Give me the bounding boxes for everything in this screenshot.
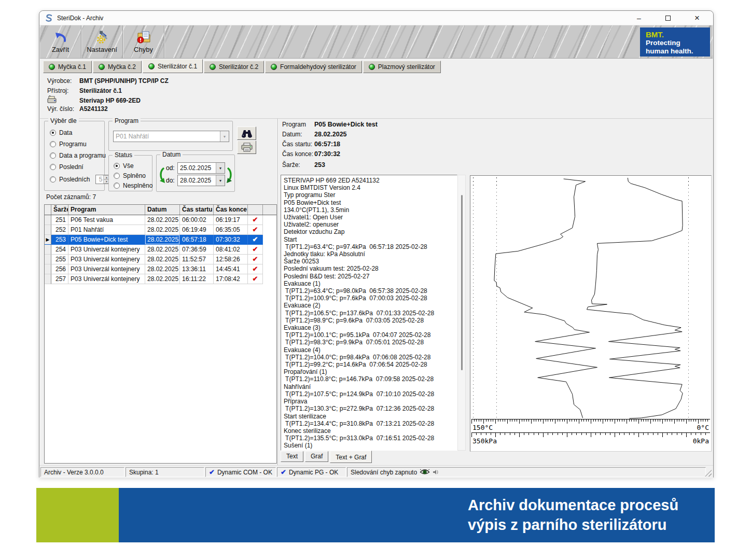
chevron-down-icon[interactable]: ▼ (216, 163, 225, 173)
row-selector[interactable] (45, 264, 51, 274)
status-version: Archiv - Verze 3.0.0.0 (40, 467, 124, 477)
radio-data-a-programu[interactable]: Data a programu (50, 152, 106, 159)
panel-splitter[interactable] (277, 119, 279, 465)
radio-data[interactable]: Data (50, 129, 72, 136)
radio-nesplneno[interactable]: Nesplněno (114, 182, 152, 189)
minimize-button[interactable]: – (632, 14, 646, 22)
status-check-icon: ✔ (248, 255, 263, 264)
table-row[interactable]: 252 P01 Nahřátí 28.02.2025 06:19:49 06:3… (45, 225, 276, 235)
model-value: Sterivap HP 669-2ED (79, 97, 141, 104)
row-selector[interactable]: ▶ (45, 235, 51, 245)
detail-end-value: 07:30:32 (314, 150, 340, 158)
temperature-ruler (471, 419, 710, 424)
undo-arrow-icon (53, 30, 68, 45)
chevron-down-icon[interactable]: ▼ (216, 175, 225, 186)
log-line: T(PT1.2)=63.4°C; p=98.0kPa 06:57:38 2025… (284, 287, 456, 295)
log-line: Propařování (1) (284, 368, 456, 375)
table-row[interactable]: 251 P06 Test vakua 28.02.2025 06:00:02 0… (45, 215, 276, 225)
row-selector[interactable] (45, 245, 51, 255)
radio-label: Data a programu (59, 152, 106, 159)
close-app-button[interactable]: Zavřít (40, 25, 81, 58)
header-status (248, 205, 263, 215)
log-scrollbar[interactable] (457, 175, 466, 451)
maximize-button[interactable] (661, 14, 675, 22)
pressure-curve (587, 178, 683, 418)
log-line: 134.0°C(PT1.1), 3.5min (284, 206, 456, 214)
cell-date: 28.02.2025 (145, 255, 180, 264)
temperature-curve (494, 179, 597, 418)
rotate-right-arrow-icon[interactable] (227, 166, 233, 183)
process-log-panel[interactable]: STERIVAP HP 669 2ED A5241132Linux BMTDIS… (281, 175, 457, 451)
device-label: Přístroj: (47, 87, 79, 94)
device-status-orb-icon (369, 64, 375, 70)
status-check-icon: ✔ (248, 215, 263, 225)
log-line: Jednotky tlaku: kPa Absolutní (284, 250, 456, 258)
row-selector[interactable] (45, 215, 51, 225)
log-line: T(PT1.2)=98.3°C; p=9.9kPa 07:05:01 2025-… (284, 339, 456, 346)
header-start[interactable]: Čas startu (180, 205, 214, 215)
settings-button[interactable]: Nastavení (81, 25, 123, 58)
radio-splneno[interactable]: Splněno (114, 172, 146, 179)
log-line: Detektor vzduchu Zap (284, 228, 456, 235)
radio-vse[interactable]: Vše (114, 162, 134, 170)
screen: SteriDok - Archiv – × Zavřít (0, 0, 751, 560)
device-status-orb-icon (210, 64, 216, 70)
log-line: Start sterilizace (284, 413, 456, 420)
radio-icon (50, 176, 56, 183)
log-line: Typ programu Ster (284, 191, 456, 199)
date-from-label: od: (166, 164, 175, 172)
row-selector[interactable] (45, 255, 51, 264)
radio-icon (114, 183, 120, 189)
device-status-orb-icon (49, 64, 55, 70)
table-row[interactable]: 255 P03 Univerzál kontejnery 28.02.2025 … (45, 255, 276, 264)
cell-end: 17:08:42 (214, 274, 248, 284)
device-tab[interactable]: Plazmový sterilizátor (363, 61, 441, 73)
header-date[interactable]: Datum (145, 205, 180, 215)
radio-icon (50, 141, 56, 147)
device-tab[interactable]: Myčka č.2 (93, 61, 142, 73)
tab-text-graf[interactable]: Text + Graf (330, 451, 372, 463)
chevron-down-icon[interactable]: ▼ (220, 131, 229, 142)
tab-graf[interactable]: Graf (305, 451, 328, 462)
radio-label: Nesplněno (123, 182, 152, 189)
log-line: Konec sterilizace (284, 427, 456, 435)
row-selector[interactable] (45, 274, 51, 284)
program-combobox[interactable]: P01 Nahřátí ▼ (113, 131, 229, 142)
header-batch[interactable]: Šarže (51, 205, 68, 215)
header-end[interactable]: Čas konce (214, 205, 248, 215)
table-row[interactable]: 256 P03 Univerzál kontejnery 28.02.2025 … (45, 264, 276, 274)
device-tab[interactable]: Formaldehydový sterilizátor (265, 61, 362, 73)
radio-posledni[interactable]: Poslední (50, 163, 84, 171)
press-scale-right: 0kPa (693, 437, 709, 446)
rotate-left-arrow-icon[interactable] (158, 166, 165, 183)
date-to-combobox[interactable]: 28.02.2025 ▼ (177, 175, 225, 186)
header-program[interactable]: Program (68, 205, 145, 215)
table-row[interactable]: 257 P03 Univerzál kontejnery 28.02.2025 … (45, 274, 276, 284)
print-button[interactable] (237, 141, 256, 154)
radio-poslednich[interactable]: Posledních 5 ▲ ▼ (50, 175, 110, 184)
table-row[interactable]: 254 P03 Univerzál kontejnery 28.02.2025 … (45, 245, 276, 255)
device-tab[interactable]: Sterilizátor č.2 (204, 61, 264, 73)
close-button[interactable]: × (690, 13, 704, 23)
row-selector[interactable] (45, 225, 51, 235)
date-from-combobox[interactable]: 25.02.2025 ▼ (177, 162, 225, 174)
log-line: T(PT1.2)=130.3°C; p=272.9kPa 07:12:36 20… (284, 405, 456, 412)
pressure-ruler (471, 432, 710, 437)
cell-program: P03 Univerzál kontejnery (68, 245, 145, 255)
printer-icon (241, 143, 253, 152)
cell-program: P05 Bowie+Dick test (68, 235, 145, 245)
device-tab[interactable]: Myčka č.1 (43, 61, 92, 73)
errors-button[interactable]: Chyby (123, 25, 164, 58)
device-tab[interactable]: Sterilizátor č.1 (143, 59, 203, 73)
spinner-value: 5 (96, 175, 103, 184)
search-button[interactable] (237, 127, 256, 140)
table-row[interactable]: ▶ 253 P05 Bowie+Dick test 28.02.2025 06:… (45, 235, 276, 245)
check-icon: ✔ (209, 468, 215, 476)
radio-programu[interactable]: Programu (50, 141, 87, 148)
log-line: T(PT1.2)=100.9°C; p=7.6kPa 07:00:03 2025… (284, 295, 456, 302)
scrollbar-thumb[interactable] (461, 195, 463, 370)
cell-date: 28.02.2025 (145, 245, 180, 255)
tab-text[interactable]: Text (281, 451, 303, 462)
brand-line: Protecting (646, 39, 710, 47)
device-value: Sterilizátor č.1 (79, 87, 122, 94)
